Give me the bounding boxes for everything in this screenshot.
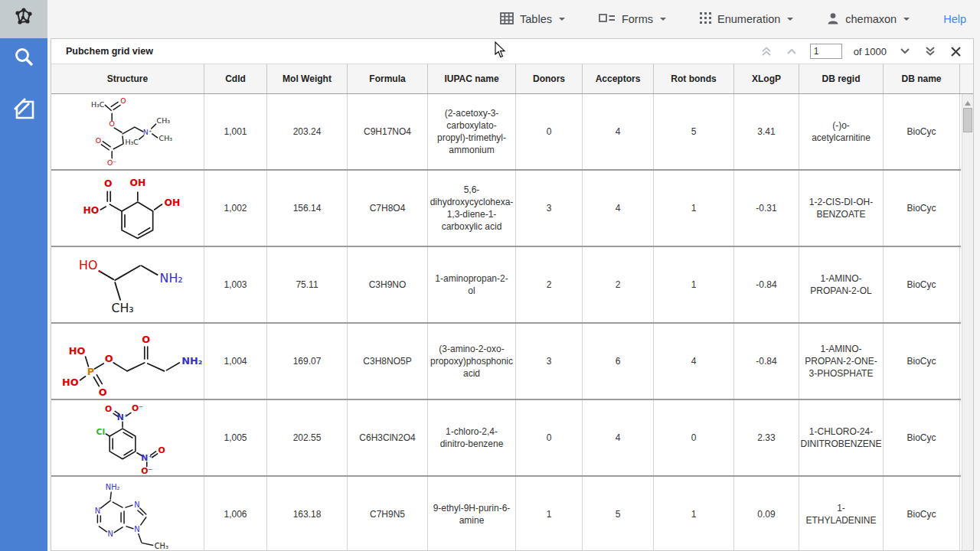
atom-label: NH₂ <box>159 271 182 285</box>
nav-user-chemaxon[interactable]: chemaxon <box>827 12 910 27</box>
user-icon <box>827 12 839 27</box>
atom-label: NH₂ <box>181 355 202 367</box>
atom-label: NH₂ <box>105 483 119 491</box>
cell-db-name: BioCyc <box>884 324 960 399</box>
cell-mol-weight: 169.07 <box>267 324 348 399</box>
table-row[interactable]: NH₂ N N N N CH₃ 1,006 163.18 C7H9N5 9-et… <box>51 477 961 550</box>
first-page-button[interactable] <box>760 44 773 58</box>
cell-donors: 2 <box>516 247 583 322</box>
cell-db-regid: (-)o-acetylcarnitine <box>799 94 884 169</box>
cell-iupac: 9-ethyl-9H-purin-6-amine <box>428 477 516 550</box>
cell-acceptors: 6 <box>583 324 654 399</box>
cell-cdid: 1,006 <box>204 477 267 550</box>
sketch-icon[interactable] <box>11 96 37 122</box>
column-header-cdid[interactable]: CdId <box>204 64 267 93</box>
atom-label: N <box>134 500 139 509</box>
column-header-donors[interactable]: Donors <box>516 64 583 93</box>
cell-acceptors: 5 <box>583 477 654 550</box>
table-body: H₃C O O N⁺ CH₃ CH₃ H₃C O O⁻ 1,001 203.24… <box>51 94 961 550</box>
atom-label: P <box>87 366 93 377</box>
panel-title: Pubchem grid view <box>51 46 153 57</box>
cell-xlogp: -0.31 <box>734 171 799 246</box>
cell-xlogp: -0.84 <box>734 324 799 399</box>
atom-label: N⁺ <box>116 412 128 422</box>
atom-label: O <box>95 136 100 145</box>
nav-tables[interactable]: Tables <box>500 12 565 27</box>
cell-cdid: 1,005 <box>204 400 267 475</box>
app-logo[interactable] <box>0 0 47 38</box>
cell-db-name: BioCyc <box>884 171 960 246</box>
table-row[interactable]: O HO OH OH 1,002 156.14 C7H8O4 5,6-dihyd… <box>51 171 961 247</box>
atom-label: O⁻ <box>131 403 142 413</box>
structure-drawing-ethyladenine: NH₂ N N N N CH₃ <box>52 478 204 550</box>
chevron-down-icon <box>787 18 793 24</box>
cell-formula: C3H9NO <box>348 247 428 322</box>
column-header-mol-weight[interactable]: Mol Weight <box>267 64 348 93</box>
cell-acceptors: 4 <box>583 171 654 246</box>
cell-db-regid: 1-CHLORO-24-DINITROBENZENE <box>799 400 884 475</box>
column-header-db-name[interactable]: DB name <box>884 64 960 93</box>
atom-label: N⁺ <box>142 128 152 136</box>
structure-cell: O HO OH OH <box>51 171 204 246</box>
structure-drawing-aminopropanone-phosphate: HO HO P O O O NH₂ <box>52 324 204 398</box>
structure-drawing-chlorodinitrobenzene: Cl N⁺ O O⁻ N⁺ O O⁻ <box>52 401 204 474</box>
table-row[interactable]: HO HO P O O O NH₂ 1,004 169.07 C3H8NO5P … <box>51 324 961 400</box>
cell-xlogp: 0.09 <box>734 477 799 550</box>
column-header-acceptors[interactable]: Acceptors <box>583 64 654 93</box>
cell-donors: 0 <box>516 94 583 169</box>
help-link[interactable]: Help <box>943 13 966 25</box>
cell-donors: 3 <box>516 171 583 246</box>
structure-drawing-aminopropanol: HO NH₂ CH₃ <box>52 248 204 321</box>
pager: of 1000 <box>760 44 973 59</box>
structure-cell: HO NH₂ CH₃ <box>51 247 204 322</box>
page-number-input[interactable] <box>810 44 842 59</box>
nav-forms[interactable]: Forms <box>599 12 666 27</box>
cell-formula: C6H3ClN2O4 <box>348 400 428 475</box>
previous-page-button[interactable] <box>785 44 799 58</box>
atom-label: O <box>142 334 150 345</box>
atom-label: O <box>104 178 113 189</box>
atom-label: OH <box>164 197 180 208</box>
column-header-db-regid[interactable]: DB regid <box>799 64 884 93</box>
vertical-scrollbar[interactable] <box>962 94 973 550</box>
atom-label: N <box>134 525 139 533</box>
atom-label: N <box>107 530 113 538</box>
table-row[interactable]: HO NH₂ CH₃ 1,003 75.11 C3H9NO 1-aminopro… <box>51 247 961 324</box>
atom-label: O <box>104 404 111 414</box>
column-header-iupac-name[interactable]: IUPAC name <box>428 64 516 93</box>
column-header-xlogp[interactable]: XLogP <box>734 64 799 93</box>
pubchem-grid-panel: Pubchem grid view of 1000 Structure CdId <box>51 38 974 551</box>
close-icon[interactable] <box>949 44 962 58</box>
structure-drawing-acetylcarnitine: H₃C O O N⁺ CH₃ CH₃ H₃C O O⁻ <box>52 95 204 168</box>
column-header-rot-bonds[interactable]: Rot bonds <box>654 64 734 93</box>
atom-label: N⁺ <box>141 453 152 463</box>
atom-label: H₃C <box>125 138 139 146</box>
atom-label: CH₃ <box>111 301 133 315</box>
cell-rot-bonds: 4 <box>654 324 734 399</box>
form-icon <box>599 12 616 27</box>
atom-label: N <box>94 507 100 515</box>
search-icon[interactable] <box>11 44 37 70</box>
cell-acceptors: 4 <box>583 94 654 169</box>
cell-formula: C7H8O4 <box>348 171 428 246</box>
nav-enumeration[interactable]: Enumeration <box>700 12 793 26</box>
scrollbar-thumb[interactable] <box>963 108 972 132</box>
cell-cdid: 1,001 <box>204 94 267 169</box>
structure-cell: NH₂ N N N N CH₃ <box>51 477 204 550</box>
atom-label: O <box>98 386 106 398</box>
scrollbar-up-arrow-icon[interactable] <box>965 98 971 106</box>
last-page-button[interactable] <box>923 44 937 58</box>
table-row[interactable]: Cl N⁺ O O⁻ N⁺ O O⁻ 1,005 202.55 C6H3ClN2… <box>51 400 961 477</box>
atom-label: HO <box>68 345 85 357</box>
cell-iupac: 1-chloro-2,4-dinitro-benzene <box>428 400 516 475</box>
next-page-button[interactable] <box>898 44 912 58</box>
column-header-structure[interactable]: Structure <box>51 64 204 93</box>
cell-acceptors: 4 <box>583 400 654 475</box>
cell-rot-bonds: 5 <box>654 94 734 169</box>
column-header-formula[interactable]: Formula <box>348 64 428 93</box>
cell-rot-bonds: 1 <box>654 477 734 550</box>
chevron-down-icon <box>660 18 666 24</box>
cell-rot-bonds: 1 <box>654 247 734 322</box>
table-row[interactable]: H₃C O O N⁺ CH₃ CH₃ H₃C O O⁻ 1,001 203.24… <box>51 94 961 171</box>
cell-acceptors: 2 <box>583 247 654 322</box>
